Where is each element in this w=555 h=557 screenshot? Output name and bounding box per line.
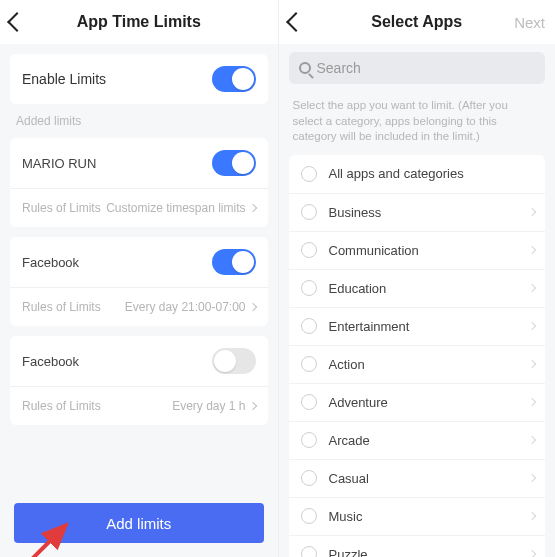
limit-app-name: MARIO RUN xyxy=(22,156,96,171)
chevron-right-icon xyxy=(528,246,536,254)
search-input[interactable]: Search xyxy=(289,52,546,84)
category-item[interactable]: All apps and categories xyxy=(289,155,546,193)
category-label: Puzzle xyxy=(329,547,368,557)
chevron-left-icon xyxy=(7,12,27,32)
category-item[interactable]: Action xyxy=(289,345,546,383)
chevron-left-icon xyxy=(286,12,306,32)
limit-rule-row[interactable]: Rules of LimitsCustomize timespan limits xyxy=(10,188,268,227)
rule-value: Customize timespan limits xyxy=(106,201,255,215)
add-limits-label: Add limits xyxy=(106,515,171,532)
chevron-right-icon xyxy=(528,550,536,557)
limit-header-row: Facebook xyxy=(10,336,268,386)
category-item[interactable]: Music xyxy=(289,497,546,535)
limit-toggle[interactable] xyxy=(212,348,256,374)
chevron-right-icon xyxy=(528,436,536,444)
content: Search Select the app you want to limit.… xyxy=(279,44,556,557)
radio-icon xyxy=(301,166,317,182)
rule-value: Every day 21:00-07:00 xyxy=(125,300,256,314)
limit-app-name: Facebook xyxy=(22,255,79,270)
category-label: Action xyxy=(329,357,365,372)
chevron-right-icon xyxy=(528,512,536,520)
limit-rule-row[interactable]: Rules of LimitsEvery day 21:00-07:00 xyxy=(10,287,268,326)
category-label: Entertainment xyxy=(329,319,410,334)
category-item[interactable]: Puzzle xyxy=(289,535,546,557)
category-label: Education xyxy=(329,281,387,296)
next-button[interactable]: Next xyxy=(505,14,545,31)
enable-limits-label: Enable Limits xyxy=(22,71,106,87)
toggle-knob xyxy=(232,152,254,174)
category-item[interactable]: Adventure xyxy=(289,383,546,421)
select-apps-screen: Select Apps Next Search Select the app y… xyxy=(278,0,556,557)
radio-icon xyxy=(301,470,317,486)
category-label: All apps and categories xyxy=(329,166,464,181)
rules-of-limits-label: Rules of Limits xyxy=(22,399,101,413)
search-placeholder: Search xyxy=(317,60,361,76)
chevron-right-icon xyxy=(528,474,536,482)
chevron-right-icon xyxy=(528,284,536,292)
search-icon xyxy=(299,62,311,74)
back-button[interactable] xyxy=(289,15,329,29)
app-time-limits-screen: App Time Limits Enable Limits Added limi… xyxy=(0,0,278,557)
category-label: Music xyxy=(329,509,363,524)
chevron-right-icon xyxy=(528,322,536,330)
chevron-right-icon xyxy=(248,402,256,410)
radio-icon xyxy=(301,432,317,448)
chevron-right-icon xyxy=(528,360,536,368)
category-label: Casual xyxy=(329,471,369,486)
back-button[interactable] xyxy=(10,15,50,29)
chevron-right-icon xyxy=(248,204,256,212)
enable-limits-row: Enable Limits xyxy=(10,54,268,104)
rules-of-limits-label: Rules of Limits xyxy=(22,201,101,215)
rule-value: Every day 1 h xyxy=(172,399,255,413)
category-list: All apps and categoriesBusinessCommunica… xyxy=(289,155,546,557)
limit-card: FacebookRules of LimitsEvery day 1 h xyxy=(10,336,268,425)
radio-icon xyxy=(301,394,317,410)
added-limits-label: Added limits xyxy=(16,114,278,128)
chevron-right-icon xyxy=(248,303,256,311)
radio-icon xyxy=(301,356,317,372)
rules-of-limits-label: Rules of Limits xyxy=(22,300,101,314)
radio-icon xyxy=(301,280,317,296)
enable-limits-card: Enable Limits xyxy=(10,54,268,104)
category-label: Adventure xyxy=(329,395,388,410)
toggle-knob xyxy=(232,68,254,90)
radio-icon xyxy=(301,204,317,220)
enable-limits-toggle[interactable] xyxy=(212,66,256,92)
hint-text: Select the app you want to limit. (After… xyxy=(279,92,556,149)
limit-rule-row[interactable]: Rules of LimitsEvery day 1 h xyxy=(10,386,268,425)
radio-icon xyxy=(301,508,317,524)
navbar: App Time Limits xyxy=(0,0,278,44)
limit-card: MARIO RUNRules of LimitsCustomize timesp… xyxy=(10,138,268,227)
category-label: Communication xyxy=(329,243,419,258)
limit-toggle[interactable] xyxy=(212,249,256,275)
category-item[interactable]: Education xyxy=(289,269,546,307)
limit-app-name: Facebook xyxy=(22,354,79,369)
category-label: Arcade xyxy=(329,433,370,448)
chevron-right-icon xyxy=(528,398,536,406)
content: Enable Limits Added limits MARIO RUNRule… xyxy=(0,44,278,557)
radio-icon xyxy=(301,242,317,258)
category-item[interactable]: Arcade xyxy=(289,421,546,459)
limit-card: FacebookRules of LimitsEvery day 21:00-0… xyxy=(10,237,268,326)
category-item[interactable]: Entertainment xyxy=(289,307,546,345)
navbar: Select Apps Next xyxy=(279,0,556,44)
add-limits-button[interactable]: Add limits xyxy=(14,503,264,543)
category-item[interactable]: Business xyxy=(289,193,546,231)
radio-icon xyxy=(301,318,317,334)
toggle-knob xyxy=(232,251,254,273)
limit-header-row: Facebook xyxy=(10,237,268,287)
radio-icon xyxy=(301,546,317,557)
category-label: Business xyxy=(329,205,382,220)
category-item[interactable]: Communication xyxy=(289,231,546,269)
category-item[interactable]: Casual xyxy=(289,459,546,497)
next-label: Next xyxy=(514,14,545,31)
chevron-right-icon xyxy=(528,208,536,216)
limit-toggle[interactable] xyxy=(212,150,256,176)
toggle-knob xyxy=(214,350,236,372)
limit-header-row: MARIO RUN xyxy=(10,138,268,188)
